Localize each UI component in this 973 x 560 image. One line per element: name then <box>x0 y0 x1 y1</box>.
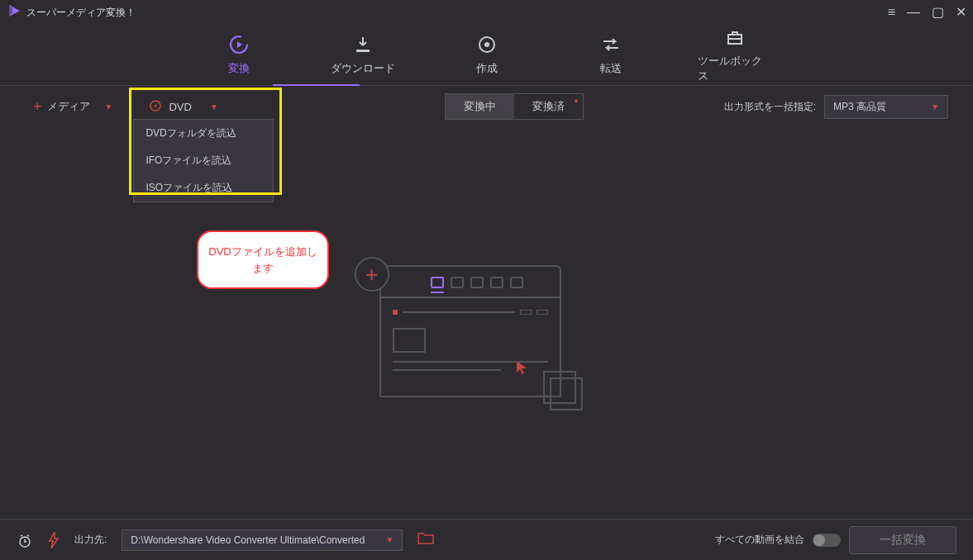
plus-icon: + <box>33 98 42 116</box>
dvd-dropdown-container: DVD ▼ DVDフォルダを読込 IFOファイルを読込 ISOファイルを読込 <box>137 94 229 120</box>
app-title: スーパーメディア変換！ <box>26 6 136 20</box>
output-path-value: D:\Wondershare Video Converter Ultimate\… <box>131 534 365 546</box>
add-media-button[interactable]: + メディア ▼ <box>25 94 121 120</box>
svg-marker-14 <box>50 532 58 548</box>
svg-marker-12 <box>517 361 527 374</box>
toggle-knob <box>813 534 825 546</box>
main-nav: 変換 ダウンロード 作成 転送 ツールボックス <box>0 25 973 86</box>
tab-create-label: 作成 <box>476 61 498 76</box>
illustration-box <box>537 310 548 315</box>
output-format-select[interactable]: MP3 高品質 ▼ <box>824 95 948 119</box>
tab-toolbox-label: ツールボックス <box>698 54 772 83</box>
close-button[interactable]: ✕ <box>956 6 966 19</box>
caret-down-icon: ▼ <box>105 102 113 112</box>
merge-label: すべての動画を結合 <box>715 533 804 547</box>
dvd-button[interactable]: DVD ▼ <box>137 94 229 120</box>
add-file-button[interactable]: + <box>355 257 389 292</box>
empty-state-illustration: + <box>379 249 594 414</box>
tab-transfer-label: 転送 <box>600 61 622 76</box>
active-tab-indicator <box>273 84 360 86</box>
callout-text: DVDファイルを追加します <box>208 245 317 274</box>
illustration-tabs-frame <box>379 265 561 298</box>
create-icon <box>477 35 497 55</box>
svg-point-10 <box>155 104 157 107</box>
tab-convert-label: 変換 <box>228 61 250 76</box>
illustration-tab <box>510 277 523 288</box>
notification-dot-icon <box>575 99 578 102</box>
illustration-tab <box>451 277 464 288</box>
batch-convert-button[interactable]: 一括変換 <box>849 526 956 554</box>
svg-line-11 <box>188 202 194 242</box>
transfer-icon <box>601 35 621 55</box>
merge-toggle[interactable] <box>813 534 841 547</box>
output-path-select[interactable]: D:\Wondershare Video Converter Ultimate\… <box>122 529 403 551</box>
output-format-section: 出力形式を一括指定: MP3 高品質 ▼ <box>724 95 948 119</box>
toolbar: + メディア ▼ DVD ▼ DVDフォルダを読込 IFOファイルを読込 ISO… <box>0 86 973 127</box>
illustration-frame <box>550 377 583 411</box>
minimize-button[interactable]: ― <box>907 6 920 19</box>
callout-arrow <box>184 202 194 242</box>
tab-transfer[interactable]: 転送 <box>574 35 648 76</box>
toolbox-icon <box>725 27 745 47</box>
tab-convert[interactable]: 変換 <box>202 35 276 76</box>
svg-rect-4 <box>356 50 370 52</box>
title-bar: スーパーメディア変換！ ≡ ― ▢ ✕ <box>0 0 973 25</box>
caret-down-icon: ▼ <box>931 102 939 112</box>
output-format-value: MP3 高品質 <box>833 100 886 114</box>
status-tabs: 変換中 変換済 <box>445 93 584 120</box>
download-icon <box>353 35 373 55</box>
footer-bar: 出力先: D:\Wondershare Video Converter Ulti… <box>0 519 973 560</box>
illustration-line <box>403 311 515 313</box>
tab-download[interactable]: ダウンロード <box>326 35 400 76</box>
illustration-thumb <box>393 328 426 353</box>
dvd-menu-load-ifo[interactable]: IFOファイルを読込 <box>134 147 273 174</box>
illustration-body <box>379 298 561 397</box>
menu-icon[interactable]: ≡ <box>888 6 895 19</box>
schedule-icon[interactable] <box>17 532 33 548</box>
flash-icon[interactable] <box>48 532 60 548</box>
media-label: メディア <box>47 99 90 114</box>
status-tab-converting[interactable]: 変換中 <box>446 94 514 119</box>
illustration-tab <box>470 277 484 288</box>
illustration-box <box>520 310 532 315</box>
dvd-menu-load-iso[interactable]: ISOファイルを読込 <box>134 174 273 202</box>
tab-create[interactable]: 作成 <box>450 35 524 76</box>
illustration-line <box>393 369 502 371</box>
tab-download-label: ダウンロード <box>331 61 395 76</box>
app-logo-icon <box>7 3 21 21</box>
maximize-button[interactable]: ▢ <box>932 6 944 19</box>
caret-down-icon: ▼ <box>385 535 393 544</box>
dvd-menu-load-folder[interactable]: DVDフォルダを読込 <box>134 120 273 147</box>
output-path-label: 出力先: <box>74 533 107 547</box>
tab-toolbox[interactable]: ツールボックス <box>698 27 772 83</box>
plus-icon: + <box>365 262 378 287</box>
illustration-dot <box>393 310 398 315</box>
merge-section: すべての動画を結合 一括変換 <box>715 526 956 554</box>
caret-down-icon: ▼ <box>210 102 218 112</box>
disc-icon <box>149 99 162 115</box>
output-format-label: 出力形式を一括指定: <box>724 100 816 114</box>
status-tab-converted-label: 変換済 <box>532 100 565 112</box>
status-tab-converted[interactable]: 変換済 <box>514 94 583 119</box>
illustration-tab <box>490 277 503 288</box>
annotation-callout: DVDファイルを追加します <box>197 230 329 289</box>
open-folder-button[interactable] <box>417 532 434 548</box>
dvd-dropdown-menu: DVDフォルダを読込 IFOファイルを読込 ISOファイルを読込 <box>133 119 274 202</box>
illustration-tab <box>431 277 444 288</box>
dvd-label: DVD <box>169 101 191 113</box>
cursor-icon <box>517 361 528 377</box>
convert-icon <box>229 35 249 55</box>
svg-point-6 <box>484 42 489 47</box>
svg-marker-3 <box>237 41 242 48</box>
